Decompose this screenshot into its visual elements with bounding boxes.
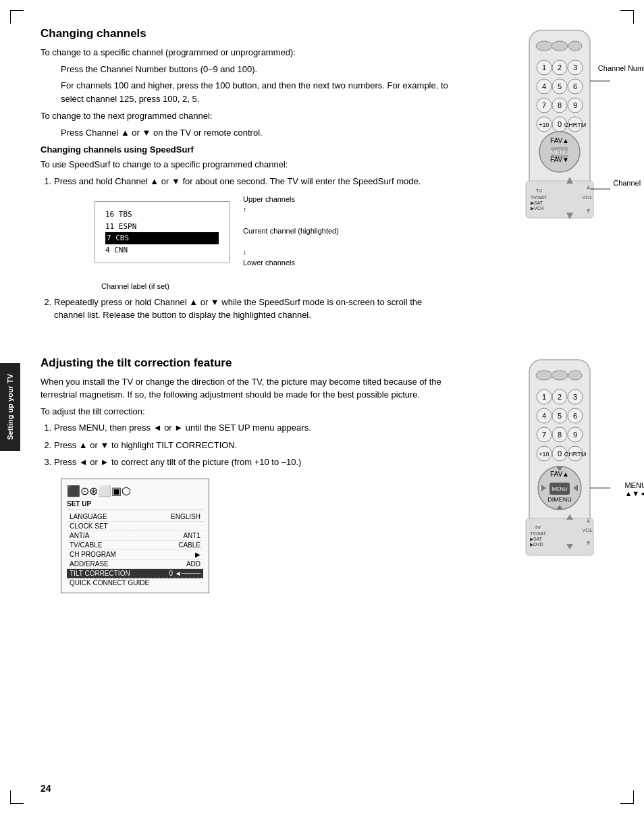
svg-point-3 (568, 41, 582, 51)
menu-row-chprogram: CH PROGRAM▶ (67, 550, 203, 560)
svg-text:MENU: MENU (552, 486, 568, 492)
speedsurf-step1: Press and hold Channel ▲ or ▼ for about … (54, 175, 455, 188)
svg-text:+10: +10 (539, 121, 549, 128)
section1-bullet3: Press Channel ▲ or ▼ on the TV or remote… (61, 126, 455, 140)
svg-text:2: 2 (558, 63, 562, 72)
label-menu: MENU ▲▼◄► (624, 481, 644, 497)
menu-row-adderase: ADD/ERASEADD (67, 560, 203, 569)
channel-label-caption: Channel label (if set) (101, 282, 455, 290)
svg-text:▶VCR: ▶VCR (531, 206, 544, 211)
svg-text:▶DVD: ▶DVD (530, 542, 543, 547)
diagram-annotations: Upper channels↑ Current channel (highlig… (243, 194, 339, 279)
content-area: Changing channels To change to a specifi… (41, 27, 603, 774)
svg-text:▶SAT: ▶SAT (531, 200, 543, 205)
remote2-svg: 1 2 3 4 5 6 7 8 9 (516, 356, 603, 566)
svg-text:MENU: MENU (551, 149, 569, 156)
menu-icons: ⬛⊙⊛⬜▣⬡ (67, 485, 203, 497)
svg-text:6: 6 (573, 82, 577, 90)
svg-point-1 (536, 41, 552, 51)
menu-row-tilt: TILT CORRECTION0 ◄──── (67, 569, 203, 578)
menu-row-ant: ANT/AANT1 (67, 531, 203, 541)
svg-text:+10: +10 (539, 451, 549, 458)
channel-diagram: 16 TBS 11 ESPN 7 CBS 4 CNN (95, 201, 230, 263)
section1-para2: To change to the next programmed channel… (41, 109, 455, 123)
svg-text:1: 1 (542, 63, 546, 72)
label-channel-updown: Channel ▲▼ (613, 179, 644, 187)
section1-remote-area: 1 2 3 4 5 6 7 8 9 (455, 27, 603, 326)
menu-row-tvcable: TV/CABLECABLE (67, 541, 203, 550)
menu-row-quickconnect: QUICK CONNECT GUIDE (67, 578, 203, 587)
svg-text:3: 3 (573, 393, 577, 401)
svg-text:0: 0 (558, 120, 562, 128)
section1-bullet1: Press the Channel Number buttons (0–9 an… (61, 63, 455, 76)
speedsurf-step2-list: Repeatedly press or hold Channel ▲ or ▼ … (54, 296, 455, 322)
corner-mark-tl (10, 10, 24, 24)
svg-text:7: 7 (542, 101, 546, 109)
svg-text:4: 4 (542, 412, 546, 420)
section2-heading: Adjusting the tilt correction feature (41, 356, 455, 370)
svg-text:TV: TV (536, 188, 542, 193)
side-tab: Setting up your TV (0, 363, 20, 451)
subheading-speedsurf: Changing channels using SpeedSurf (41, 144, 455, 155)
svg-point-2 (552, 41, 568, 51)
menu-screenshot: ⬛⊙⊛⬜▣⬡ SET UP LANGUAGEENGLISH CLOCK SET … (61, 479, 209, 593)
section1-para1: To change to a specific channel (program… (41, 46, 455, 59)
svg-text:FAV▲: FAV▲ (550, 470, 569, 478)
annotation-current: Current channel (highlighted) (243, 226, 339, 236)
svg-text:VOL: VOL (582, 527, 593, 533)
channel-item-1: 11 ESPN (105, 221, 219, 233)
section2-intro2: To adjust the tilt correction: (41, 405, 455, 418)
channel-item-0: 16 TBS (105, 209, 219, 221)
svg-text:DIMENU: DIMENU (547, 496, 572, 503)
corner-mark-br (620, 790, 634, 804)
speedsurf-step2: Repeatedly press or hold Channel ▲ or ▼ … (54, 296, 455, 322)
channel-item-2: 7 CBS (105, 232, 219, 244)
section2-step2: Press ▲ or ▼ to highlight TILT CORRECTIO… (54, 439, 455, 452)
svg-text:8: 8 (558, 101, 562, 109)
svg-text:▶SAT: ▶SAT (530, 537, 543, 541)
svg-text:FAV▲: FAV▲ (550, 137, 569, 144)
corner-mark-bl (10, 790, 24, 804)
svg-text:TV/SAT: TV/SAT (531, 195, 547, 200)
channel-item-3: 4 CNN (105, 244, 219, 256)
menu-row-language: LANGUAGEENGLISH (67, 512, 203, 522)
section2-left: Adjusting the tilt correction feature Wh… (41, 356, 455, 599)
svg-text:FAV▼: FAV▼ (550, 156, 569, 163)
label-channel-number: Channel Number (598, 64, 644, 72)
svg-text:7: 7 (542, 431, 546, 439)
svg-text:5: 5 (558, 412, 562, 420)
svg-text:TV/SAT: TV/SAT (530, 531, 547, 536)
svg-text:2: 2 (558, 393, 562, 401)
speedsurf-intro: To use SpeedSurf to change to a specific… (41, 158, 455, 171)
annotation-upper: Upper channels↑ (243, 194, 339, 215)
section2-steps: Press MENU, then press ◄ or ► until the … (54, 421, 455, 469)
remote1-with-labels: 1 2 3 4 5 6 7 8 9 (516, 27, 603, 232)
svg-text:1: 1 (542, 393, 546, 401)
section1-bullet2: For channels 100 and higher, press the 1… (61, 79, 455, 105)
section-changing-channels: Changing channels To change to a specifi… (41, 27, 603, 326)
svg-text:CHRTM: CHRTM (564, 451, 586, 458)
corner-mark-tr (620, 10, 634, 24)
svg-text:8: 8 (558, 431, 562, 439)
svg-text:CHRTM: CHRTM (564, 121, 586, 128)
section2-remote-area: 1 2 3 4 5 6 7 8 9 (455, 356, 603, 599)
svg-text:0: 0 (558, 450, 562, 458)
svg-text:6: 6 (573, 412, 577, 420)
annotation-lower: ↓Lower channels (243, 247, 339, 268)
menu-row-clock: CLOCK SET (67, 522, 203, 531)
speedsurf-steps: Press and hold Channel ▲ or ▼ for about … (54, 175, 455, 188)
svg-point-46 (536, 371, 552, 380)
section2-step1: Press MENU, then press ◄ or ► until the … (54, 421, 455, 435)
page-number: 24 (41, 783, 51, 794)
svg-text:TV: TV (535, 525, 541, 530)
channel-diagram-wrapper: 16 TBS 11 ESPN 7 CBS 4 CNN Upper channel… (68, 194, 455, 279)
svg-text:9: 9 (573, 101, 577, 109)
svg-text:VOL: VOL (582, 194, 593, 200)
section-gap (41, 333, 603, 346)
svg-point-48 (568, 371, 582, 380)
svg-text:3: 3 (573, 63, 577, 72)
section1-heading: Changing channels (41, 27, 455, 40)
section2-intro1: When you install the TV or change the di… (41, 375, 455, 402)
remote1-svg: 1 2 3 4 5 6 7 8 9 (516, 27, 603, 229)
svg-text:4: 4 (542, 82, 546, 90)
